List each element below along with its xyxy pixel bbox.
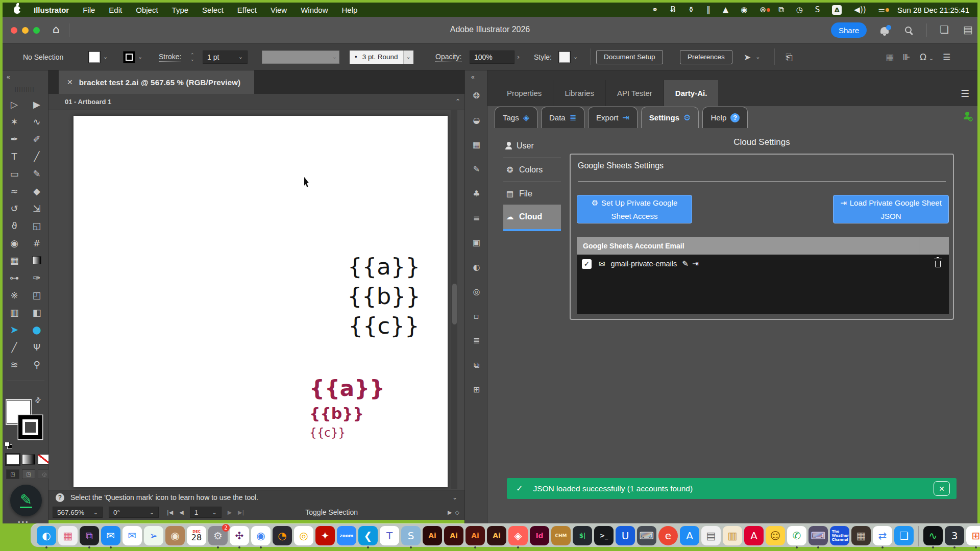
dock-vpn-lock[interactable]: e [658, 526, 678, 545]
appearance-panel-icon[interactable]: ▣ [473, 238, 480, 247]
plugin-selection-tool[interactable]: ➤ [4, 321, 24, 338]
subtab-settings[interactable]: Settings⚙ [641, 107, 699, 128]
opacity-field[interactable]: 100% › [470, 43, 520, 70]
menu-window[interactable]: Window [301, 6, 328, 14]
binoculars-icon[interactable]: ⚭ [652, 5, 658, 14]
snap-magnet-icon[interactable]: Ω⌄ [920, 52, 934, 62]
subtab-export[interactable]: Export⇥ [588, 107, 638, 128]
artboard-tool[interactable]: ◧ [27, 304, 47, 320]
dock-chrome[interactable]: ◉ [251, 526, 271, 545]
panel-menu-icon[interactable]: ☰ [961, 88, 969, 99]
dock-bitwarden[interactable]: U [616, 526, 635, 545]
dock-launchpad[interactable]: ▦ [58, 526, 78, 545]
menubar-clock[interactable]: Sun 28 Dec 21:25:41 [897, 6, 969, 14]
color-panel-icon[interactable]: ❂ [473, 91, 480, 101]
subtab-help[interactable]: Help? [702, 107, 748, 128]
dock-mail[interactable]: ✉ [101, 526, 120, 545]
panel-layout-icon[interactable]: ▤ [963, 23, 973, 36]
account-row[interactable]: ✓ ✉ gmail-private-emails ✎ ⇥ [577, 255, 949, 273]
width-tool[interactable]: ϑ [4, 217, 24, 234]
dock-chm-viewer[interactable]: CHM [551, 526, 571, 545]
scroll-up-icon[interactable]: ⌃ [455, 98, 460, 105]
shape-builder-tool[interactable]: ◉ [4, 235, 24, 251]
dock-sublime-text[interactable]: S [401, 526, 421, 545]
notifications-bell-icon[interactable] [880, 27, 889, 34]
stroke-color-well[interactable] [18, 415, 42, 439]
style-dropdown[interactable]: ⌄ [558, 43, 578, 70]
dock-calculator-dark[interactable]: ▦ [851, 526, 871, 545]
subtab-tags[interactable]: Tags◈ [495, 107, 537, 128]
dock-system-settings[interactable]: ⚙2 [208, 526, 228, 545]
lasso-tool[interactable]: ∿ [27, 113, 47, 130]
layers-panel-icon[interactable]: ≣ [473, 336, 480, 345]
dock-time-tracker[interactable]: ▥ [723, 526, 742, 545]
gradient-mode-button[interactable] [22, 454, 35, 465]
close-document-icon[interactable]: ✕ [67, 78, 73, 86]
dock-translate[interactable]: ⇄ [873, 526, 892, 545]
menu-select[interactable]: Select [202, 6, 224, 14]
canvas-area[interactable]: 01 - Artboard 1 ⌃ {{a}} {{b}} {{c}} {{a}… [48, 94, 464, 490]
artboards-panel-icon[interactable]: ▫ [474, 311, 479, 321]
column-graph-tool[interactable]: ▥ [4, 304, 24, 320]
account-checkbox[interactable]: ✓ [582, 259, 592, 269]
artboard-label[interactable]: 01 - Artboard 1 [65, 98, 111, 106]
text-line[interactable]: {{c}} [340, 311, 427, 341]
dock-teams[interactable]: T [380, 526, 399, 545]
type-tool[interactable]: T [4, 148, 24, 164]
hint-collapse-icon[interactable]: ⌄ [452, 494, 457, 501]
align-icon[interactable]: ⊪ [903, 52, 911, 62]
dock-illustrator-3[interactable]: Ai [465, 526, 485, 545]
selection-tool-options-dropdown[interactable]: ➤⌄ [744, 43, 760, 70]
stroke-color-dropdown[interactable]: ⌄ [123, 43, 142, 70]
dock-illustrator-2[interactable]: Ai [444, 526, 463, 545]
settings-nav-file[interactable]: ▤File [503, 183, 561, 205]
eraser-tool[interactable]: ◆ [27, 183, 47, 199]
color-mode-button[interactable] [6, 454, 19, 465]
dock-angular[interactable]: A [744, 526, 764, 545]
symbols-panel-icon[interactable]: ♣ [473, 189, 480, 198]
creative-cloud-icon[interactable]: ⊛ [760, 5, 766, 14]
dock-keyboard-app[interactable]: ⌨ [637, 526, 656, 545]
brush-definition-dropdown[interactable]: •3 pt. Round ⌄ [350, 43, 413, 70]
fill-color-dropdown[interactable]: ⌄ [88, 43, 108, 70]
dock-diamond-app[interactable]: ◈ [508, 526, 528, 545]
dock-keyboard-viewer[interactable]: ⌨ [808, 526, 828, 545]
tab-api-tester[interactable]: API Tester [606, 80, 664, 106]
menu-object[interactable]: Object [136, 6, 158, 14]
fab-more-dots[interactable]: ••• [18, 518, 30, 526]
menu-edit[interactable]: Edit [109, 6, 122, 14]
document-share-icon[interactable]: ⎗ [786, 52, 793, 62]
collapse-tools-icon[interactable]: « [7, 73, 9, 81]
question-mark-icon[interactable]: ? [56, 493, 64, 502]
document-setup-button[interactable]: Document Setup [596, 50, 663, 64]
dock-spark-mail[interactable]: ✉ [122, 526, 142, 545]
export-panel-icon[interactable]: ⧉ [474, 360, 479, 370]
stroke-swatch[interactable] [123, 51, 135, 63]
document-tab[interactable]: ✕ bracket test 2.ai @ 567.65 % (RGB/Prev… [59, 70, 254, 94]
first-artboard-icon[interactable]: |◀ [167, 509, 173, 516]
shape-app-icon[interactable]: ▲ [723, 5, 729, 14]
pen-tool[interactable]: ✒ [4, 131, 24, 147]
menu-help[interactable]: Help [342, 6, 358, 14]
dock-zoom[interactable]: zoom [337, 526, 356, 545]
dock-indesign[interactable]: Id [530, 526, 549, 545]
swatches-panel-icon[interactable]: ▦ [473, 140, 480, 149]
text-line-maroon[interactable]: {{b}} [309, 405, 385, 423]
paintbrush-tool[interactable]: ✎ [27, 165, 47, 182]
account-status-icon[interactable]: ⚙ [964, 110, 970, 122]
gradient-panel-icon[interactable]: ◒ [473, 115, 480, 125]
eyedropper-tool[interactable]: ✑ [27, 269, 47, 286]
status-diamond-icon[interactable]: ◇ [455, 509, 459, 516]
dock-cyberduck[interactable]: ☺ [766, 526, 785, 545]
dock-contacts[interactable]: ◉ [165, 526, 185, 545]
tab-properties[interactable]: Properties [496, 80, 553, 106]
stroke-weight-stepper[interactable]: ⌃⌄ [190, 53, 194, 61]
menu-illustrator[interactable]: Illustrator [34, 6, 69, 14]
draw-normal-button[interactable]: ◳ [6, 469, 19, 479]
screen-share-icon[interactable]: ⧉ [778, 5, 784, 14]
selection-tool[interactable]: ▷ [4, 96, 24, 112]
status-display-label[interactable]: Toggle Selection [305, 508, 358, 516]
dock-terminal-iterm[interactable]: $| [573, 526, 592, 545]
magic-wand-tool[interactable]: ✶ [4, 113, 24, 130]
shaper-tool[interactable]: ≈ [4, 183, 24, 199]
